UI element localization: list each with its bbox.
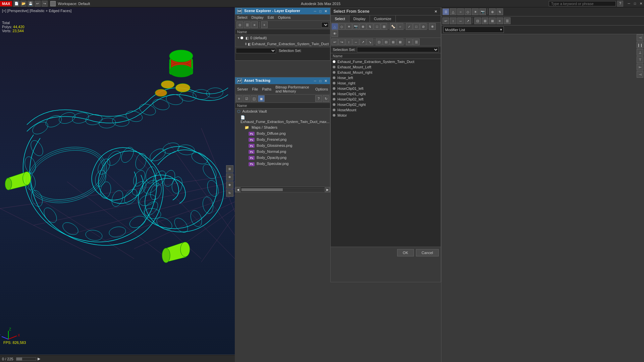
sfs-item-9[interactable]: HoseMount: [331, 107, 441, 113]
se-expand-btn[interactable]: +: [261, 21, 268, 28]
sfs-tb2-12[interactable]: ☰: [413, 39, 420, 45]
at-menu-file[interactable]: File: [251, 87, 259, 92]
rt-btn-6[interactable]: 📷: [479, 8, 486, 15]
rt-nav-1[interactable]: ⊣: [637, 34, 643, 41]
sfs-tb2-4[interactable]: ↔: [353, 39, 359, 45]
sfs-tb2-1[interactable]: ↩: [331, 39, 338, 45]
sfs-tb2-10[interactable]: ⊠: [397, 39, 404, 45]
sfs-item-3[interactable]: Hose_left: [331, 75, 441, 80]
at-row-specular[interactable]: Ps Body_Specular.png Ok: [235, 161, 330, 167]
minimize-btn[interactable]: ─: [626, 1, 632, 7]
rt2-btn-8[interactable]: ≡: [496, 17, 503, 24]
sfs-item-6[interactable]: HoseClip01_right: [331, 91, 441, 97]
at-btn-1[interactable]: ≡: [236, 95, 243, 102]
at-btn-3[interactable]: ◫: [251, 95, 257, 102]
at-btn-4[interactable]: ◼: [258, 95, 265, 102]
at-menu-server[interactable]: Server: [236, 87, 249, 92]
sfs-btn-bones[interactable]: 🦴: [390, 23, 396, 30]
layer-exhaust[interactable]: ◧ Exhaust_Fume_Extraction_System_Twin_Du…: [235, 41, 330, 47]
rt-nav-4[interactable]: ⊤: [637, 56, 643, 63]
scene-explorer-close[interactable]: ✕: [323, 9, 328, 13]
search-input[interactable]: [549, 1, 616, 6]
at-help-btn[interactable]: ?: [315, 95, 322, 102]
sfs-tb2-3[interactable]: ↕: [345, 39, 352, 45]
sfs-btn-none[interactable]: □: [413, 23, 420, 30]
sfs-cancel-btn[interactable]: Cancel: [416, 249, 439, 256]
tab-display[interactable]: Display: [350, 15, 370, 22]
se-filter-btn[interactable]: ⊙: [236, 21, 243, 28]
redo-btn[interactable]: ↪: [42, 1, 48, 7]
rt-btn-5[interactable]: ☀: [472, 8, 479, 15]
tab-select[interactable]: Select: [331, 15, 350, 22]
rt2-btn-1[interactable]: ↩: [442, 17, 449, 24]
at-row-file[interactable]: 📄 Exhaust_Fume_Extraction_System_Twin_Du…: [235, 115, 330, 125]
sfs-item-1[interactable]: Exhaust_Mount_Left: [331, 64, 441, 70]
rt-btn-2[interactable]: △: [450, 8, 457, 15]
sfs-item-5[interactable]: HoseClip01_left: [331, 86, 441, 91]
rt2-btn-6[interactable]: ⊞: [482, 17, 488, 24]
rt-nav-3[interactable]: ⊥: [637, 49, 643, 56]
sfs-tb2-5[interactable]: ↗: [360, 39, 366, 45]
layer-default[interactable]: ▼ ◧ 0 (default): [235, 35, 330, 41]
help-icon[interactable]: ?: [617, 1, 623, 7]
sfs-item-4[interactable]: Hose_right: [331, 80, 441, 86]
rt-btn-1[interactable]: ☰: [442, 8, 449, 15]
at-menu-options[interactable]: Options: [315, 87, 329, 92]
at-scrollbar[interactable]: [241, 188, 324, 191]
open-btn[interactable]: 📂: [20, 1, 26, 7]
sfs-ok-btn[interactable]: OK: [397, 249, 414, 256]
rt-btn-8[interactable]: ↯: [496, 8, 503, 15]
tab-customize[interactable]: Customize: [370, 15, 396, 22]
rt-nav-6[interactable]: ⊣: [637, 71, 643, 78]
at-menu-paths[interactable]: Paths: [261, 87, 272, 92]
sfs-tb2-7[interactable]: ⊡: [376, 39, 382, 45]
rt-nav-2[interactable]: ❙❙: [637, 42, 643, 48]
se-menu-select[interactable]: Select: [236, 15, 248, 20]
modifier-list-dropdown[interactable]: Modifier List ▾: [443, 26, 504, 33]
sfs-tb2-6[interactable]: ↘: [367, 39, 373, 45]
sfs-item-7[interactable]: HoseClip02_left: [331, 97, 441, 102]
at-scroll-right[interactable]: ▶: [325, 187, 330, 192]
new-btn[interactable]: 📄: [13, 1, 19, 7]
at-scroll-left[interactable]: ◀: [235, 187, 240, 192]
rt-btn-7[interactable]: ⊕: [489, 8, 496, 15]
sfs-close[interactable]: ✕: [433, 10, 438, 13]
sfs-btn-objects[interactable]: ○: [397, 23, 404, 30]
rt2-btn-5[interactable]: ⊡: [474, 17, 481, 24]
sfs-btn-groups[interactable]: □: [374, 23, 380, 30]
rt-btn-4[interactable]: ◇: [465, 8, 471, 15]
rt2-btn-9[interactable]: ☰: [504, 17, 511, 24]
sfs-btn-invert[interactable]: ⊘: [420, 23, 427, 30]
rt2-btn-4[interactable]: ↗: [465, 17, 471, 24]
se-menu-options[interactable]: Options: [277, 15, 291, 20]
sfs-item-8[interactable]: HoseClip02_right: [331, 102, 441, 107]
sfs-btn-hide[interactable]: 👁: [331, 30, 338, 37]
close-btn[interactable]: ✕: [638, 1, 644, 7]
scene-explorer-minimize[interactable]: ─: [313, 9, 317, 13]
at-maximize[interactable]: □: [318, 79, 322, 83]
sfs-btn-all[interactable]: ✓: [406, 23, 413, 30]
maximize-btn[interactable]: □: [632, 1, 638, 7]
rt2-btn-2[interactable]: ↕: [450, 17, 457, 24]
sfs-tb2-9[interactable]: ⊞: [390, 39, 396, 45]
sfs-btn-lights[interactable]: ☀: [345, 23, 352, 30]
at-row-diffuse[interactable]: Ps Body_Diffuse.png Ok: [235, 131, 330, 137]
zoom-extents-btn[interactable]: ⊞: [226, 165, 233, 173]
sfs-tb2-2[interactable]: ↪: [338, 39, 345, 45]
scene-explorer-maximize[interactable]: □: [318, 9, 322, 13]
se-menu-display[interactable]: Display: [251, 15, 264, 20]
sfs-btn-spacewarps[interactable]: ↯: [367, 23, 373, 30]
undo-btn[interactable]: ↩: [35, 1, 41, 7]
se-selection-set-dropdown[interactable]: [321, 22, 329, 27]
sfs-btn-geometry[interactable]: △: [331, 23, 338, 30]
sfs-object-list[interactable]: Exhaust_Fume_Extraction_System_Twin_Duct…: [331, 59, 441, 247]
sfs-tb2-11[interactable]: ≡: [406, 39, 413, 45]
sfs-selection-set-dropdown[interactable]: [357, 47, 439, 52]
pan-btn[interactable]: ✥: [226, 181, 233, 189]
sfs-item-2[interactable]: Exhaust_Mount_right: [331, 70, 441, 75]
sfs-btn-xrefs[interactable]: ⊞: [381, 23, 387, 30]
rt-nav-5[interactable]: ⊢: [637, 64, 643, 70]
sfs-btn-cameras[interactable]: 📷: [353, 23, 359, 30]
sfs-item-0[interactable]: Exhaust_Fume_Extraction_System_Twin_Duct: [331, 59, 441, 64]
at-btn-2[interactable]: ☑: [243, 95, 250, 102]
